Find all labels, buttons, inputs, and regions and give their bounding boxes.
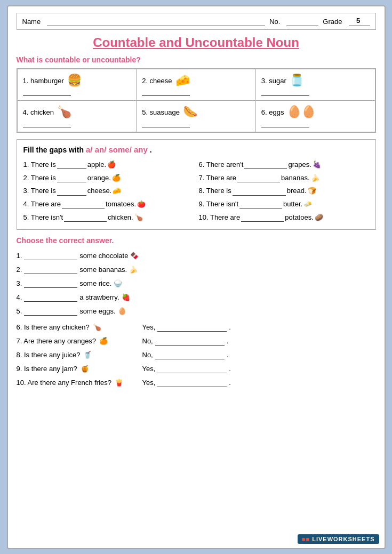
yesno-ans-8: No, . bbox=[142, 348, 229, 362]
fill-suffix-2: orange. bbox=[87, 172, 111, 185]
food-blank-5[interactable] bbox=[142, 119, 190, 127]
yesno-num-9: 9. Is there any jam? bbox=[17, 362, 77, 376]
section1-heading: What is countable or uncountable? bbox=[17, 55, 376, 64]
yesno-blank-9[interactable] bbox=[157, 365, 227, 373]
yesno-blank-8[interactable] bbox=[155, 351, 225, 359]
yesno-num-10: 10. Are there any French fries? bbox=[17, 376, 111, 390]
potato-icon: 🥔 bbox=[315, 211, 323, 224]
food-blank-2[interactable] bbox=[142, 87, 190, 96]
choose-suffix-3: some rice. bbox=[79, 277, 111, 291]
fill-label: Fill the gaps with bbox=[23, 146, 86, 154]
orange-icon2: 🍊 bbox=[99, 334, 108, 348]
yesno-period-9: . bbox=[229, 362, 231, 376]
yesno-ans-10: Yes, . bbox=[142, 376, 231, 390]
worksheet-page: Name No. Grade 5 Countable and Uncountab… bbox=[7, 5, 386, 549]
header-bar: Name No. Grade 5 bbox=[17, 13, 376, 30]
fill-blank-9[interactable] bbox=[239, 200, 282, 208]
fill-suffix-4: tomatoes. bbox=[106, 198, 136, 211]
food-grid: 1. hamburger 🍔 2. cheese 🧀 bbox=[17, 68, 376, 133]
yesno-num-8: 8. Is there any juice? bbox=[17, 348, 81, 362]
food-cell-3: 3. sugar 🫙 bbox=[255, 69, 375, 101]
food-label-1: 1. hamburger bbox=[23, 77, 64, 85]
cheese-icon: 🧀 bbox=[175, 74, 190, 87]
yesno-q-6: 6. Is there any chicken? 🍗 bbox=[17, 320, 139, 334]
fill-blank-6[interactable] bbox=[244, 160, 287, 169]
yesno-prefix-9: Yes, bbox=[142, 362, 156, 376]
fill-item-9: 9. There isn't butter. 🧈 bbox=[199, 198, 369, 211]
fill-blank-8[interactable] bbox=[233, 187, 286, 196]
choose-blank-4[interactable] bbox=[24, 293, 77, 302]
fill-suffix-1: apple. bbox=[87, 158, 106, 172]
fill-blank-1[interactable] bbox=[57, 160, 86, 169]
yesno-q-10: 10. Are there any French fries? 🍟 bbox=[17, 376, 139, 390]
fill-blank-5[interactable] bbox=[64, 213, 107, 222]
yesno-ans-7: No, . bbox=[142, 334, 229, 348]
food-cell-2: 2. cheese 🧀 bbox=[137, 69, 256, 101]
no-input-line[interactable] bbox=[286, 17, 318, 26]
choose-blank-3[interactable] bbox=[24, 279, 77, 288]
food-cell-6: 6. eggs 🥚🥚 bbox=[255, 101, 375, 132]
food-blank-6[interactable] bbox=[261, 119, 309, 127]
yesno-period-7: . bbox=[227, 334, 229, 348]
fill-item-8: 8. There is bread. 🍞 bbox=[199, 184, 369, 198]
grade-input-line[interactable]: 5 bbox=[349, 17, 370, 26]
fill-highlight: a/ an/ some/ any bbox=[86, 145, 148, 154]
banana-icon2: 🍌 bbox=[129, 263, 138, 277]
tomato-icon: 🍅 bbox=[137, 198, 146, 211]
rice-icon: 🍚 bbox=[114, 277, 122, 291]
fill-period: . bbox=[150, 146, 152, 154]
choose-blank-2[interactable] bbox=[24, 266, 77, 274]
yesno-prefix-10: Yes, bbox=[142, 376, 156, 390]
fill-num-2: 2. There is bbox=[23, 172, 56, 185]
choose-item-3: 3. some rice. 🍚 bbox=[17, 277, 376, 291]
fill-num-5: 5. There isn't bbox=[23, 211, 63, 224]
choose-num-4: 4. bbox=[17, 291, 22, 304]
choose-suffix-1: some chocolate bbox=[79, 249, 128, 263]
yesno-row-9: 9. Is there any jam? 🍯 Yes, . bbox=[17, 362, 376, 376]
fill-suffix-6: grapes. bbox=[288, 158, 311, 172]
fill-num-4: 4. There are bbox=[23, 198, 61, 211]
yesno-blank-7[interactable] bbox=[155, 337, 225, 346]
choose-item-5: 5. some eggs. 🥚 bbox=[17, 304, 376, 318]
fill-suffix-3: cheese. bbox=[87, 184, 112, 198]
fill-item-7: 7. There are bananas. 🍌 bbox=[199, 172, 369, 185]
choose-num-2: 2. bbox=[17, 263, 22, 277]
eggs-icon2: 🥚 bbox=[118, 304, 126, 318]
yesno-prefix-6: Yes, bbox=[142, 320, 156, 334]
choose-item-4: 4. a strawberry. 🍓 bbox=[17, 291, 376, 304]
juice-icon: 🥤 bbox=[83, 348, 92, 362]
choose-blank-5[interactable] bbox=[24, 307, 77, 316]
choose-blank-1[interactable] bbox=[24, 252, 77, 260]
yesno-period-10: . bbox=[229, 376, 231, 390]
fill-blank-3[interactable] bbox=[57, 187, 86, 196]
apple-icon: 🍎 bbox=[107, 158, 116, 172]
fill-blank-4[interactable] bbox=[62, 200, 105, 208]
fill-blank-7[interactable] bbox=[237, 174, 280, 182]
yesno-blank-6[interactable] bbox=[157, 323, 227, 332]
fill-item-3: 3. There is cheese. 🧀 bbox=[23, 184, 194, 198]
section3-heading: Choose the correct answer. bbox=[17, 236, 376, 245]
food-blank-1[interactable] bbox=[23, 87, 71, 96]
food-blank-4[interactable] bbox=[23, 119, 71, 127]
yesno-ans-6: Yes, . bbox=[142, 320, 231, 334]
yesno-q-9: 9. Is there any jam? 🍯 bbox=[17, 362, 139, 376]
fill-num-3: 3. There is bbox=[23, 184, 56, 198]
fill-grid: 1. There is apple. 🍎 2. There is orange.… bbox=[23, 158, 369, 224]
choose-suffix-2: some bananas. bbox=[79, 263, 127, 277]
fill-blank-10[interactable] bbox=[241, 213, 284, 222]
strawberry-icon: 🍓 bbox=[122, 291, 130, 304]
name-label: Name bbox=[22, 18, 41, 26]
food-cell-1: 1. hamburger 🍔 bbox=[17, 69, 137, 101]
grapes-icon: 🍇 bbox=[313, 158, 321, 172]
jam-icon: 🍯 bbox=[81, 362, 89, 376]
fill-blank-2[interactable] bbox=[57, 174, 86, 182]
name-input-line[interactable] bbox=[47, 17, 265, 26]
food-blank-3[interactable] bbox=[261, 87, 309, 96]
choose-item-1: 1. some chocolate 🍫 bbox=[17, 249, 376, 263]
fill-suffix-9: butter. bbox=[283, 198, 302, 211]
fill-item-10: 10. There are potatoes. 🥔 bbox=[199, 211, 369, 224]
grade-value: 5 bbox=[356, 17, 360, 25]
yesno-blank-10[interactable] bbox=[157, 379, 227, 387]
yesno-row-7: 7. Are there any oranges? 🍊 No, . bbox=[17, 334, 376, 348]
food-label-4: 4. chicken bbox=[23, 108, 54, 116]
